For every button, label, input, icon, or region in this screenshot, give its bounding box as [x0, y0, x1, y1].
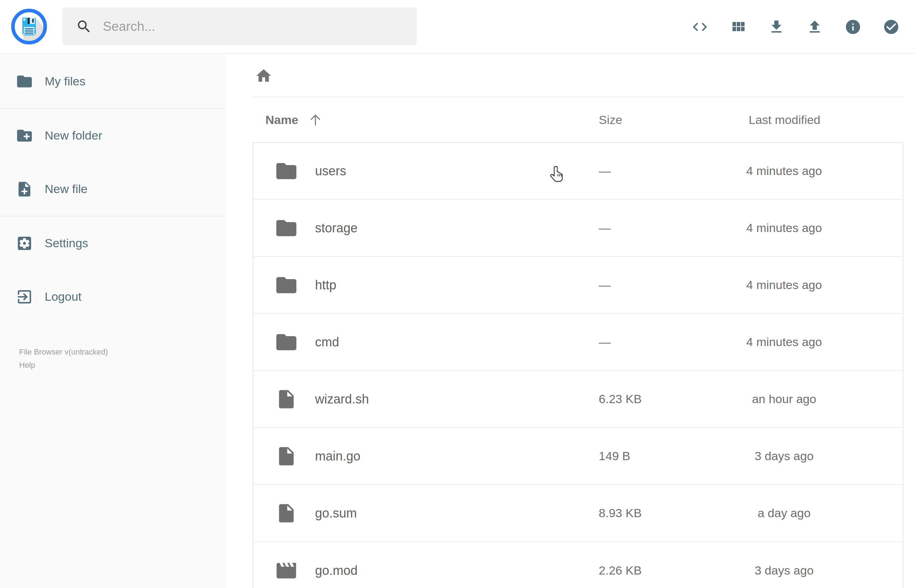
file-type-icon-slot [274, 502, 299, 524]
upload-icon [806, 18, 823, 36]
file-size: 149 B [599, 449, 630, 463]
file-type-icon-slot [274, 330, 299, 354]
settings-icon [16, 234, 33, 252]
folder-icon [274, 330, 298, 354]
search-input[interactable] [103, 19, 403, 34]
file-list: users — 4 minutes ago storage — [253, 142, 903, 588]
file-row[interactable]: storage — 4 minutes ago [253, 200, 903, 257]
file-modified: a day ago [758, 506, 810, 520]
sidebar-item-settings[interactable]: Settings [0, 216, 226, 270]
folder-icon [274, 216, 298, 240]
file-size: 8.93 KB [599, 506, 642, 520]
file-size: — [599, 221, 611, 234]
sidebar-item-label: Settings [45, 236, 88, 250]
download-button[interactable] [768, 18, 785, 36]
file-modified: 4 minutes ago [746, 335, 822, 349]
upload-button[interactable] [806, 18, 823, 36]
code-view-button[interactable] [691, 18, 708, 36]
topbar [0, 0, 915, 54]
file-row[interactable]: go.mod 2.26 KB 3 days ago [253, 542, 903, 588]
main-panel: Name Size Last modified [226, 55, 915, 588]
breadcrumb [253, 55, 903, 97]
file-modified: 3 days ago [755, 564, 813, 577]
folder-icon [16, 73, 33, 90]
file-size: — [599, 278, 611, 292]
file-type-icon-slot [274, 273, 299, 297]
help-link[interactable]: Help [19, 359, 35, 372]
select-multiple-button[interactable] [883, 18, 900, 36]
info-button[interactable] [844, 18, 862, 36]
file-type-icon-slot [274, 445, 299, 467]
file-modified: 3 days ago [755, 449, 813, 463]
file-modified: 4 minutes ago [746, 164, 822, 178]
file-row[interactable]: cmd — 4 minutes ago [253, 314, 903, 371]
file-icon [275, 502, 297, 524]
file-modified: 4 minutes ago [746, 278, 822, 292]
file-name: go.sum [315, 506, 357, 521]
file-row[interactable]: go.sum 8.93 KB a day ago [253, 485, 903, 542]
sidebar-item-label: My files [45, 74, 86, 88]
file-name: main.go [315, 449, 361, 464]
file-modified: an hour ago [752, 392, 816, 405]
grid-view-icon [730, 18, 747, 36]
file-modified: 4 minutes ago [746, 221, 822, 234]
file-name: go.mod [315, 563, 357, 578]
sidebar-item-label: New file [45, 182, 87, 196]
info-icon [844, 18, 862, 36]
arrow-up-icon [307, 112, 323, 128]
new-folder-icon [16, 127, 33, 145]
file-icon [275, 445, 297, 467]
movie-icon [275, 559, 298, 582]
sidebar-item-my-files[interactable]: My files [0, 55, 226, 108]
file-type-icon-slot [274, 559, 299, 582]
code-icon [691, 18, 708, 36]
sidebar: My files New folder New file Settings [0, 55, 226, 588]
file-name: users [315, 164, 346, 179]
app-logo[interactable] [11, 8, 47, 45]
file-type-icon-slot [274, 388, 299, 410]
file-size: 6.23 KB [599, 392, 642, 405]
file-size: — [599, 335, 611, 349]
file-name: wizard.sh [315, 392, 369, 407]
sort-by-name-header[interactable]: Name [265, 112, 323, 128]
sidebar-item-logout[interactable]: Logout [0, 270, 226, 323]
sort-by-size-header[interactable]: Size [599, 113, 622, 127]
file-size: — [599, 164, 611, 178]
check-circle-icon [883, 18, 900, 36]
sort-by-modified-header[interactable]: Last modified [749, 113, 820, 127]
file-row[interactable]: users — 4 minutes ago [253, 143, 903, 200]
sidebar-item-label: Logout [45, 290, 81, 304]
sidebar-item-label: New folder [45, 129, 102, 142]
file-type-icon-slot [274, 159, 299, 183]
search-bar[interactable] [62, 7, 417, 45]
logout-icon [16, 288, 33, 306]
file-name: cmd [315, 335, 339, 350]
file-icon [275, 388, 297, 410]
topbar-actions [691, 0, 900, 54]
file-row[interactable]: wizard.sh 6.23 KB an hour ago [253, 371, 903, 428]
home-button[interactable] [255, 67, 273, 85]
file-name: http [315, 278, 336, 292]
file-size: 2.26 KB [599, 564, 642, 577]
grid-view-button[interactable] [730, 18, 747, 36]
home-icon [255, 67, 273, 85]
file-name: storage [315, 221, 357, 236]
filebrowser-app: My files New folder New file Settings [0, 0, 915, 588]
folder-icon [274, 159, 298, 183]
search-icon [76, 18, 92, 35]
file-type-icon-slot [274, 216, 299, 240]
folder-icon [274, 273, 298, 297]
listing-header: Name Size Last modified [253, 97, 903, 142]
sidebar-item-new-folder[interactable]: New folder [0, 109, 226, 162]
download-icon [768, 18, 785, 36]
sidebar-item-new-file[interactable]: New file [0, 162, 226, 216]
version-text: File Browser v(untracked) [19, 346, 226, 359]
file-row[interactable]: http — 4 minutes ago [253, 257, 903, 314]
new-file-icon [16, 180, 33, 198]
name-column-label: Name [265, 113, 298, 127]
floppy-disk-logo-icon [11, 8, 47, 45]
file-row[interactable]: main.go 149 B 3 days ago [253, 428, 903, 485]
sidebar-footer: File Browser v(untracked) Help [19, 346, 226, 372]
